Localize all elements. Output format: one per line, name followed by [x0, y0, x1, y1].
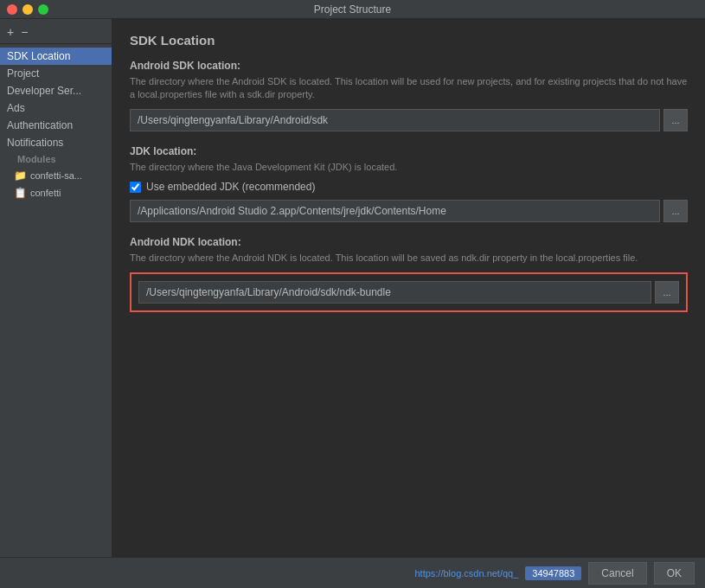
bottom-bar: https://blog.csdn.net/qq_ 34947883 Cance…	[0, 557, 705, 588]
window-title: Project Structure	[314, 3, 391, 16]
jdk-input-row: ...	[130, 200, 688, 222]
android-sdk-label: Android SDK location:	[130, 60, 688, 72]
titlebar: Project Structure	[0, 0, 705, 19]
sidebar: + − SDK Location Project Developer Ser..…	[0, 19, 112, 588]
main-container: + − SDK Location Project Developer Ser..…	[0, 19, 705, 588]
cancel-button[interactable]: Cancel	[588, 562, 646, 585]
minimize-button[interactable]	[22, 4, 33, 15]
module-icon: 📋	[14, 187, 27, 199]
window-controls[interactable]	[7, 4, 48, 15]
sidebar-item-ads[interactable]: Ads	[0, 99, 112, 117]
ndk-input-row: ...	[138, 281, 679, 304]
android-sdk-input[interactable]	[130, 109, 660, 131]
ndk-label: Android NDK location:	[130, 236, 688, 248]
jdk-input[interactable]	[130, 200, 660, 222]
ndk-description: The directory where the Android NDK is l…	[130, 252, 688, 265]
blog-badge: 34947883	[525, 566, 581, 580]
sidebar-item-authentication[interactable]: Authentication	[0, 117, 112, 134]
content-area: SDK Location Android SDK location: The d…	[112, 19, 705, 588]
remove-module-button[interactable]: −	[21, 26, 28, 38]
maximize-button[interactable]	[38, 4, 48, 15]
sidebar-toolbar: + −	[0, 24, 112, 44]
sidebar-item-confetti-sa[interactable]: 📁 confetti-sa...	[0, 167, 112, 184]
section-title: SDK Location	[130, 33, 688, 48]
folder-icon: 📁	[14, 169, 27, 182]
embedded-jdk-row: Use embedded JDK (recommended)	[130, 181, 688, 193]
embedded-jdk-label: Use embedded JDK (recommended)	[146, 181, 315, 193]
close-button[interactable]	[7, 4, 17, 15]
sidebar-item-developer-services[interactable]: Developer Ser...	[0, 82, 112, 99]
blog-link[interactable]: https://blog.csdn.net/qq_	[414, 568, 518, 578]
sidebar-item-project[interactable]: Project	[0, 65, 112, 82]
modules-header: Modules	[0, 151, 112, 167]
jdk-label: JDK location:	[130, 145, 688, 157]
jdk-browse-button[interactable]: ...	[663, 200, 688, 222]
sidebar-item-notifications[interactable]: Notifications	[0, 134, 112, 151]
add-module-button[interactable]: +	[7, 26, 14, 38]
sidebar-item-confetti[interactable]: 📋 confetti	[0, 184, 112, 201]
ndk-input[interactable]	[138, 281, 651, 304]
ndk-browse-button[interactable]: ...	[655, 281, 679, 304]
jdk-description: The directory where the Java Development…	[130, 161, 688, 174]
android-sdk-description: The directory where the Android SDK is l…	[130, 75, 688, 102]
android-sdk-browse-button[interactable]: ...	[663, 109, 688, 131]
ndk-section: Android NDK location: The directory wher…	[130, 236, 688, 311]
sidebar-item-sdk-location[interactable]: SDK Location	[0, 48, 112, 65]
embedded-jdk-checkbox[interactable]	[130, 182, 141, 193]
android-sdk-input-row: ...	[130, 109, 688, 131]
ndk-highlighted-box: ...	[130, 272, 688, 312]
ok-button[interactable]: OK	[654, 562, 695, 585]
